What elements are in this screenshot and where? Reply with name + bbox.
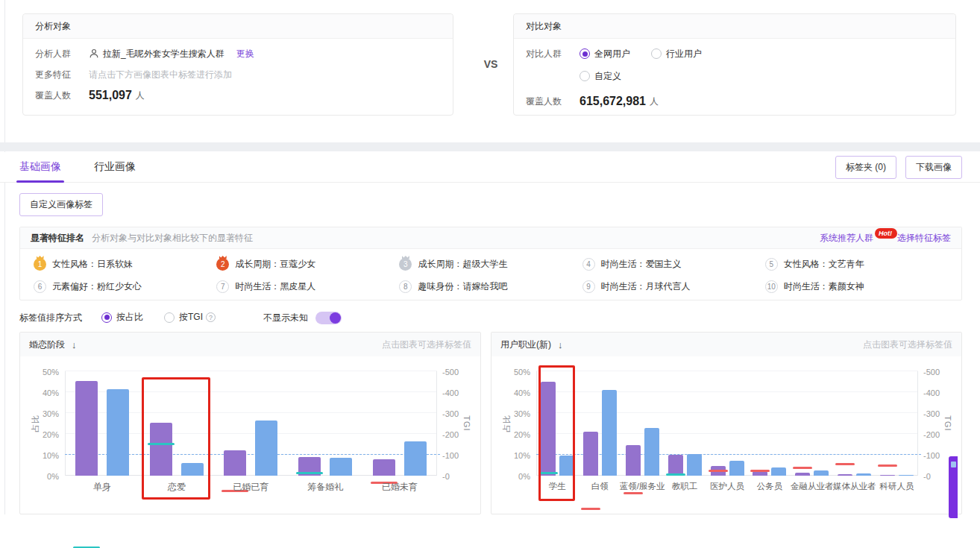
- select-feature-tag-link[interactable]: 选择特征标签: [897, 232, 951, 245]
- radio-all-network-users-label: 全网用户: [594, 47, 630, 60]
- share-bar[interactable]: [224, 450, 246, 476]
- y-axis-tick-left: 50%: [29, 368, 59, 377]
- bar-groups: 学生白领蓝领/服务业教职工医护人员公务员金融从业者媒体从业者科研人员: [536, 371, 918, 476]
- compare-target-card: 对比对象 对比人群 全网用户行业用户 自定义 覆盖人数 615,672,981 …: [513, 13, 956, 116]
- bar-group: 恋爱: [139, 371, 214, 476]
- share-bar[interactable]: [838, 474, 852, 476]
- tgi-bar[interactable]: [602, 390, 617, 476]
- tgi-bar[interactable]: [687, 454, 702, 476]
- tgi-bar[interactable]: [404, 441, 427, 476]
- tgi-bar[interactable]: [814, 470, 829, 476]
- feature-text: 女性风格：文艺青年: [784, 258, 864, 271]
- share-bar[interactable]: [711, 466, 726, 476]
- y-axis-tick-right: -100: [923, 451, 949, 460]
- tag-folder-button[interactable]: 标签夹 (0): [835, 156, 896, 179]
- comparison-marker: [750, 470, 770, 472]
- share-bar[interactable]: [150, 423, 172, 476]
- y-axis-tick-left: 40%: [29, 388, 59, 397]
- share-bar[interactable]: [373, 459, 395, 476]
- feature-item: 10时尚生活：素颜女神: [765, 280, 948, 293]
- radio-all-network-users[interactable]: 全网用户: [579, 47, 630, 60]
- category-label[interactable]: 蓝领/服务业: [620, 481, 665, 492]
- share-bar[interactable]: [541, 382, 556, 476]
- custom-tag-button[interactable]: 自定义画像标签: [19, 193, 103, 216]
- category-label[interactable]: 恋爱: [168, 481, 186, 494]
- radio-industry-users[interactable]: 行业用户: [651, 47, 702, 60]
- category-label[interactable]: 白领: [591, 481, 609, 492]
- vs-label: VS: [473, 58, 509, 70]
- tag-sort-bar: 标签值排序方式 按占比按TGI? 不显示未知: [19, 311, 342, 325]
- more-features-hint: 请点击下方画像图表中标签进行添加: [89, 68, 232, 81]
- radio-sort-by-share[interactable]: 按占比: [101, 311, 143, 324]
- tgi-bar[interactable]: [899, 475, 914, 476]
- tgi-bar[interactable]: [107, 389, 129, 476]
- change-crowd-link[interactable]: 更换: [236, 47, 254, 60]
- chart-title: 婚恋阶段: [29, 338, 65, 351]
- category-label[interactable]: 公务员: [757, 481, 783, 492]
- radio-icon: [164, 312, 175, 323]
- y-axis-tick-left: 0%: [500, 472, 530, 481]
- radio-custom[interactable]: 自定义: [579, 69, 621, 83]
- y-axis-tick-left: 10%: [29, 451, 59, 460]
- compare-coverage-label: 覆盖人数: [526, 95, 569, 108]
- sort-desc-arrow-icon[interactable]: ↓: [558, 339, 563, 350]
- feature-text: 成长周期：超级大学生: [418, 258, 507, 271]
- y-axis-tick-right: -200: [923, 430, 949, 439]
- analysis-target-card: 分析对象 分析人群 拉新_毛呢外套女学生搜索人群 更换 更多特征 请点击下方画像…: [22, 13, 453, 116]
- share-bar[interactable]: [880, 475, 895, 476]
- feature-item: 3成长周期：超级大学生: [399, 258, 582, 271]
- feature-item: 2成长周期：豆蔻少女: [216, 258, 399, 271]
- category-label[interactable]: 已婚未育: [382, 481, 418, 494]
- chart-card-occupation: 用户职业(新) ↓ 点击图表可选择标签值 0%-010%-10020%-2003…: [491, 332, 962, 514]
- floating-panel-handle[interactable]: [949, 456, 958, 518]
- compare-card-title: 对比对象: [514, 14, 955, 39]
- download-portrait-button[interactable]: 下载画像: [905, 156, 962, 179]
- feature-text: 时尚生活：黑皮星人: [235, 280, 315, 293]
- radio-sort-label: 按占比: [116, 311, 143, 324]
- tgi-bar[interactable]: [330, 458, 352, 476]
- category-label[interactable]: 金融从业者: [791, 481, 834, 492]
- category-label[interactable]: 单身: [93, 481, 111, 494]
- share-bar[interactable]: [298, 457, 321, 476]
- tgi-bar[interactable]: [856, 473, 871, 476]
- feature-item: 6元素偏好：粉红少女心: [34, 280, 216, 293]
- tgi-bar[interactable]: [644, 428, 659, 476]
- y-axis-title-right: TGI: [943, 415, 952, 431]
- share-bar[interactable]: [753, 471, 767, 476]
- medal-rank-icon: 3: [399, 258, 412, 271]
- y-axis-tick-left: 0%: [29, 472, 59, 481]
- tab-industry-portrait[interactable]: 行业画像: [94, 152, 136, 183]
- tgi-bar[interactable]: [771, 467, 786, 476]
- category-label[interactable]: 媒体从业者: [833, 481, 876, 492]
- category-label[interactable]: 学生: [549, 481, 566, 492]
- help-question-icon[interactable]: ?: [206, 312, 216, 322]
- sort-desc-arrow-icon[interactable]: ↓: [72, 339, 77, 350]
- category-label[interactable]: 医护人员: [710, 481, 744, 492]
- tgi-bar[interactable]: [729, 461, 744, 476]
- medal-rank-icon: 1: [34, 258, 46, 271]
- tgi-bar[interactable]: [255, 421, 277, 476]
- more-features-label: 更多特征: [35, 68, 78, 81]
- share-bar[interactable]: [668, 455, 683, 476]
- share-bar[interactable]: [795, 473, 810, 476]
- y-axis-title-right: TGI: [462, 415, 471, 431]
- category-label[interactable]: 科研人员: [880, 481, 914, 492]
- comparison-marker: [296, 472, 323, 474]
- coverage-unit: 人: [136, 89, 145, 102]
- hide-unknown-toggle[interactable]: [315, 312, 342, 324]
- radio-sort-by-tgi[interactable]: 按TGI?: [164, 311, 216, 324]
- tab-basic-portrait[interactable]: 基础画像: [19, 152, 61, 183]
- system-recommend-link[interactable]: 系统推荐人群: [820, 232, 873, 245]
- tgi-bar[interactable]: [559, 456, 574, 476]
- comparison-marker: [581, 508, 600, 510]
- radio-icon: [651, 48, 662, 59]
- share-bar[interactable]: [626, 445, 641, 476]
- tgi-bar[interactable]: [181, 463, 204, 476]
- comparison-marker: [148, 443, 175, 445]
- features-panel-subtitle: 分析对象与对比对象相比较下的显著特征: [92, 232, 253, 245]
- category-label[interactable]: 筹备婚礼: [307, 481, 343, 494]
- share-bar[interactable]: [75, 381, 98, 476]
- category-label[interactable]: 教职工: [672, 481, 698, 492]
- category-label[interactable]: 已婚已育: [233, 481, 268, 494]
- share-bar[interactable]: [583, 432, 598, 476]
